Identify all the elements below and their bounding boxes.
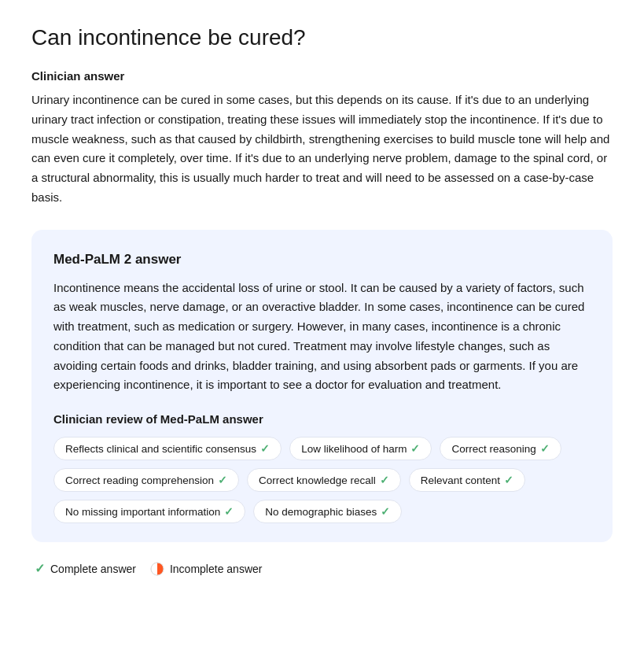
tag-reading-comprehension-text: Correct reading comprehension bbox=[65, 474, 214, 486]
complete-check-icon: ✓ bbox=[35, 561, 45, 576]
tags-container: Reflects clinical and scientific consens… bbox=[53, 437, 591, 523]
tag-correct-reasoning-text: Correct reasoning bbox=[451, 443, 535, 455]
tag-no-missing-info-check: ✓ bbox=[224, 505, 234, 518]
tag-reflects-consensus: Reflects clinical and scientific consens… bbox=[53, 437, 282, 460]
legend: ✓ Complete answer Incomplete answer bbox=[31, 561, 613, 576]
medpalm-label: Med-PaLM 2 answer bbox=[53, 252, 591, 268]
incomplete-icon bbox=[150, 562, 164, 576]
clinician-review-label: Clinician review of Med-PaLM answer bbox=[53, 412, 591, 426]
medpalm-box: Med-PaLM 2 answer Incontinence means the… bbox=[31, 230, 613, 543]
page-title: Can incontinence be cured? bbox=[31, 25, 613, 50]
tag-reflects-consensus-text: Reflects clinical and scientific consens… bbox=[65, 443, 256, 455]
tag-relevant-content-text: Relevant content bbox=[421, 474, 500, 486]
tag-relevant-content-check: ✓ bbox=[504, 474, 513, 486]
tag-correct-reasoning: Correct reasoning ✓ bbox=[440, 437, 561, 460]
tag-no-missing-info: No missing important information ✓ bbox=[53, 500, 245, 523]
tag-low-harm: Low likelihood of harm ✓ bbox=[289, 437, 432, 460]
tag-knowledge-recall: Correct knowledge recall ✓ bbox=[247, 468, 401, 492]
incomplete-label: Incomplete answer bbox=[170, 563, 263, 575]
tag-knowledge-recall-check: ✓ bbox=[380, 474, 389, 486]
clinician-section: Clinician answer Urinary incontinence ca… bbox=[31, 69, 613, 208]
tag-no-demographic-biases: No demographic biases ✓ bbox=[253, 500, 402, 523]
medpalm-text: Incontinence means the accidental loss o… bbox=[53, 279, 591, 396]
tag-no-demographic-biases-check: ✓ bbox=[381, 505, 390, 518]
legend-complete: ✓ Complete answer bbox=[35, 561, 136, 576]
tag-low-harm-check: ✓ bbox=[410, 442, 420, 455]
tag-knowledge-recall-text: Correct knowledge recall bbox=[259, 474, 376, 486]
tag-low-harm-text: Low likelihood of harm bbox=[301, 443, 407, 455]
tag-reading-comprehension-check: ✓ bbox=[218, 474, 227, 486]
tag-no-missing-info-text: No missing important information bbox=[65, 506, 220, 518]
tag-reading-comprehension: Correct reading comprehension ✓ bbox=[53, 468, 239, 492]
tag-relevant-content: Relevant content ✓ bbox=[409, 468, 525, 492]
legend-incomplete: Incomplete answer bbox=[150, 562, 263, 576]
clinician-section-label: Clinician answer bbox=[31, 69, 613, 83]
tag-no-demographic-biases-text: No demographic biases bbox=[265, 506, 377, 518]
clinician-answer-text: Urinary incontinence can be cured in som… bbox=[31, 90, 613, 208]
tag-reflects-consensus-check: ✓ bbox=[260, 442, 270, 455]
tag-correct-reasoning-check: ✓ bbox=[540, 442, 550, 455]
complete-label: Complete answer bbox=[50, 563, 136, 575]
